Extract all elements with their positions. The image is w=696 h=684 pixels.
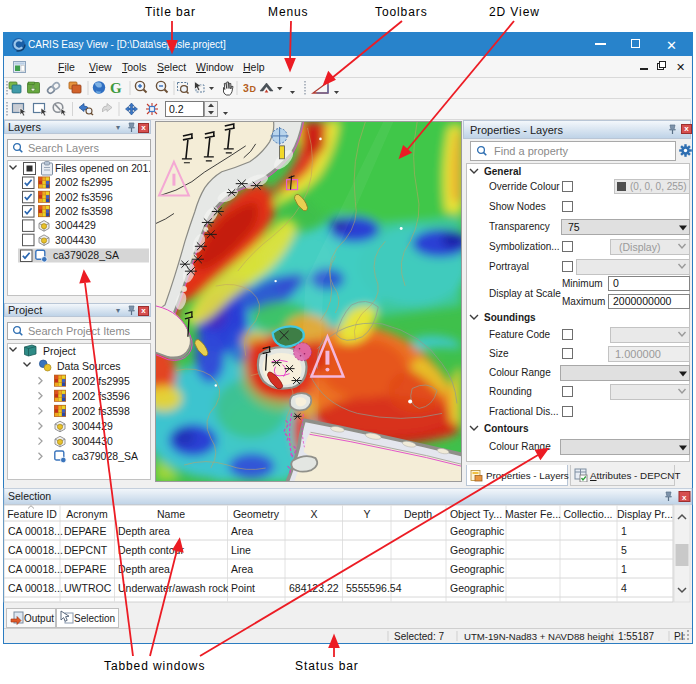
svg-text:CA 00018...: CA 00018...: [8, 525, 63, 537]
svg-text:Geographic: Geographic: [450, 582, 504, 594]
svg-text:Point: Point: [231, 582, 255, 594]
svg-text:1:55187: 1:55187: [618, 631, 655, 642]
svg-text:Geographic: Geographic: [450, 563, 504, 575]
svg-text:Feature ID: Feature ID: [7, 508, 57, 520]
svg-text:Area: Area: [231, 563, 253, 575]
svg-text:2002 fs2995: 2002 fs2995: [55, 176, 113, 188]
svg-text:Geographic: Geographic: [450, 525, 504, 537]
svg-text:684123.22: 684123.22: [289, 582, 339, 594]
svg-text:DEPCNT: DEPCNT: [64, 544, 108, 556]
svg-text:Master Fe...: Master Fe...: [505, 508, 561, 520]
svg-text:5555596.54: 5555596.54: [346, 582, 402, 594]
svg-text:Geometry: Geometry: [233, 508, 280, 520]
svg-text:Output: Output: [24, 613, 54, 624]
svg-text:CA 00018...: CA 00018...: [8, 544, 63, 556]
svg-text:2002 fs3598: 2002 fs3598: [72, 405, 130, 417]
svg-text:Collectio...: Collectio...: [563, 508, 612, 520]
svg-text:Selected: 7: Selected: 7: [394, 631, 444, 642]
svg-text:1: 1: [621, 525, 627, 537]
svg-text:ca379028_SA: ca379028_SA: [72, 450, 138, 462]
svg-text:Name: Name: [157, 508, 185, 520]
svg-text:Depth: Depth: [404, 508, 432, 520]
svg-text:Geographic: Geographic: [450, 544, 504, 556]
svg-text:Project: Project: [43, 345, 76, 357]
svg-text:CA 00018...: CA 00018...: [8, 582, 63, 594]
svg-text:Underwater/awash rock: Underwater/awash rock: [118, 582, 229, 594]
svg-text:PI: PI: [674, 631, 683, 642]
svg-text:DEPARE: DEPARE: [64, 525, 106, 537]
svg-text:3004430: 3004430: [55, 234, 96, 246]
svg-text:UTM-19N-Nad83 + NAVD88 height: UTM-19N-Nad83 + NAVD88 height: [464, 631, 614, 642]
svg-text:3004430: 3004430: [72, 435, 113, 447]
svg-text:3: 3: [243, 82, 249, 94]
svg-text:ca379028_SA: ca379028_SA: [53, 249, 119, 261]
svg-text:G: G: [110, 80, 122, 96]
svg-text:Selection: Selection: [8, 490, 51, 502]
svg-text:CA 00018...: CA 00018...: [8, 563, 63, 575]
svg-text:UWTROC: UWTROC: [64, 582, 112, 594]
svg-text:Y: Y: [363, 508, 370, 520]
svg-text:Object Ty...: Object Ty...: [450, 508, 502, 520]
svg-text:Data Sources: Data Sources: [57, 360, 121, 372]
svg-text:2002 fs3596: 2002 fs3596: [72, 390, 130, 402]
svg-text:Depth area: Depth area: [118, 563, 170, 575]
svg-text:2002 fs3598: 2002 fs3598: [55, 205, 113, 217]
svg-text:2002 fs2995: 2002 fs2995: [72, 375, 130, 387]
svg-text:5: 5: [621, 544, 627, 556]
svg-text:X: X: [310, 508, 317, 520]
svg-text:2002 fs3596: 2002 fs3596: [55, 191, 113, 203]
svg-text:Acronym: Acronym: [66, 508, 108, 520]
svg-text:4: 4: [621, 582, 627, 594]
svg-text:D: D: [250, 84, 257, 94]
svg-text:Line: Line: [231, 544, 251, 556]
svg-text:0.2: 0.2: [169, 103, 184, 115]
svg-text:1: 1: [621, 563, 627, 575]
svg-text:Display Pr...: Display Pr...: [617, 508, 673, 520]
svg-text:3004429: 3004429: [72, 420, 113, 432]
svg-text:Area: Area: [231, 525, 253, 537]
svg-text:Depth area: Depth area: [118, 525, 170, 537]
svg-text:x: x: [682, 493, 687, 502]
svg-text:Depth contour: Depth contour: [118, 544, 184, 556]
svg-text:DEPARE: DEPARE: [64, 563, 106, 575]
svg-text:3004429: 3004429: [55, 219, 96, 231]
svg-text:Selection: Selection: [74, 613, 115, 624]
